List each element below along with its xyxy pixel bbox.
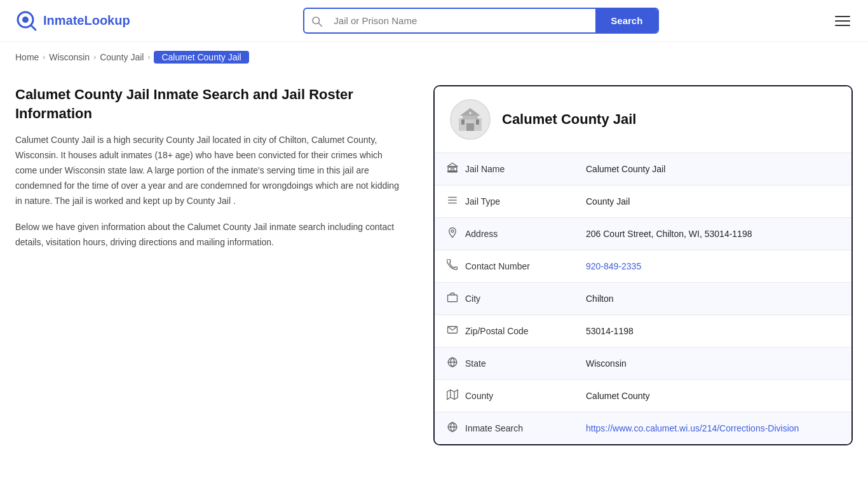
info-value: 53014-1198 bbox=[574, 317, 851, 345]
left-panel: Calumet County Jail Inmate Search and Ja… bbox=[15, 85, 414, 250]
row-icon bbox=[446, 389, 459, 403]
breadcrumb: Home › Wisconsin › County Jail › Calumet… bbox=[0, 42, 868, 72]
cell-value: Calumet County Jail bbox=[586, 164, 665, 174]
breadcrumb-sep-1: › bbox=[43, 53, 45, 62]
info-label: Inmate Search bbox=[435, 412, 574, 444]
row-icon bbox=[446, 324, 459, 338]
label-text: Address bbox=[465, 229, 498, 239]
info-row: Address 206 Court Street, Chilton, WI, 5… bbox=[435, 217, 851, 250]
search-icon bbox=[304, 15, 329, 27]
svg-point-3 bbox=[313, 17, 320, 24]
inmate-search-link[interactable]: https://www.co.calumet.wi.us/214/Correct… bbox=[586, 423, 799, 433]
info-label: Jail Name bbox=[435, 153, 574, 185]
cell-value: County Jail bbox=[586, 196, 630, 207]
info-row: Contact Number 920-849-2335 bbox=[435, 250, 851, 282]
info-row: Jail Type County Jail bbox=[435, 185, 851, 217]
cell-value: 206 Court Street, Chilton, WI, 53014-119… bbox=[586, 229, 752, 239]
breadcrumb-type[interactable]: County Jail bbox=[100, 52, 144, 62]
row-icon bbox=[446, 194, 459, 208]
contact-link[interactable]: 920-849-2335 bbox=[586, 261, 641, 271]
row-icon bbox=[446, 421, 459, 435]
svg-line-4 bbox=[319, 23, 322, 26]
info-table: Jail Name Calumet County Jail Jail Type … bbox=[435, 152, 851, 444]
header: InmateLookup Search bbox=[0, 0, 868, 42]
search-input[interactable] bbox=[329, 9, 595, 32]
label-text: Inmate Search bbox=[465, 423, 523, 433]
svg-rect-20 bbox=[448, 295, 458, 302]
info-value: Calumet County Jail bbox=[574, 155, 851, 183]
svg-rect-13 bbox=[448, 167, 457, 171]
info-value: Chilton bbox=[574, 285, 851, 313]
label-text: City bbox=[465, 294, 480, 304]
info-value: County Jail bbox=[574, 187, 851, 215]
info-value: https://www.co.calumet.wi.us/214/Correct… bbox=[574, 414, 851, 442]
info-row: County Calumet County bbox=[435, 379, 851, 412]
info-card: Calumet County Jail Jail Name Calumet Co… bbox=[433, 85, 853, 445]
row-icon bbox=[446, 292, 459, 306]
row-icon bbox=[446, 227, 459, 241]
row-icon bbox=[446, 259, 459, 273]
facility-avatar bbox=[450, 99, 491, 140]
breadcrumb-home[interactable]: Home bbox=[15, 52, 39, 62]
facility-icon bbox=[456, 105, 484, 133]
search-bar: Search bbox=[303, 8, 659, 34]
info-row: City Chilton bbox=[435, 282, 851, 315]
row-icon bbox=[446, 162, 459, 176]
card-title: Calumet County Jail bbox=[502, 111, 636, 128]
search-button[interactable]: Search bbox=[595, 9, 658, 32]
cell-value: Chilton bbox=[586, 294, 614, 304]
info-row: Inmate Search https://www.co.calumet.wi.… bbox=[435, 412, 851, 444]
info-label: State bbox=[435, 348, 574, 379]
svg-rect-10 bbox=[476, 119, 479, 125]
page-description-2: Below we have given information about th… bbox=[15, 220, 402, 250]
info-value: 206 Court Street, Chilton, WI, 53014-119… bbox=[574, 220, 851, 248]
breadcrumb-sep-2: › bbox=[93, 53, 96, 62]
row-icon bbox=[446, 356, 459, 370]
info-label: County bbox=[435, 380, 574, 412]
svg-marker-14 bbox=[448, 163, 458, 166]
breadcrumb-current: Calumet County Jail bbox=[154, 51, 248, 64]
label-text: Contact Number bbox=[465, 261, 530, 271]
info-value: Wisconsin bbox=[574, 349, 851, 377]
card-header: Calumet County Jail bbox=[435, 86, 851, 152]
svg-point-1 bbox=[22, 17, 29, 23]
svg-rect-8 bbox=[466, 123, 474, 131]
main-content: Calumet County Jail Inmate Search and Ja… bbox=[0, 72, 868, 458]
svg-rect-9 bbox=[461, 119, 465, 125]
info-label: Contact Number bbox=[435, 250, 574, 282]
svg-point-19 bbox=[451, 230, 454, 233]
logo-text: InmateLookup bbox=[43, 13, 130, 28]
svg-point-11 bbox=[469, 112, 471, 114]
label-text: County bbox=[465, 391, 493, 401]
info-label: Address bbox=[435, 218, 574, 250]
info-row: Zip/Postal Code 53014-1198 bbox=[435, 315, 851, 347]
info-value: Calumet County bbox=[574, 382, 851, 410]
svg-line-2 bbox=[31, 25, 36, 30]
breadcrumb-state[interactable]: Wisconsin bbox=[49, 52, 90, 62]
logo-icon bbox=[15, 10, 38, 32]
info-label: Zip/Postal Code bbox=[435, 315, 574, 347]
info-row: State Wisconsin bbox=[435, 347, 851, 379]
page-description: Calumet County Jail is a high security C… bbox=[15, 133, 402, 208]
svg-rect-15 bbox=[451, 169, 454, 172]
info-row: Jail Name Calumet County Jail bbox=[435, 152, 851, 185]
cell-value: Wisconsin bbox=[586, 358, 627, 369]
breadcrumb-sep-3: › bbox=[147, 53, 150, 62]
logo[interactable]: InmateLookup bbox=[15, 10, 130, 32]
cell-value: Calumet County bbox=[586, 391, 649, 401]
cell-value: 53014-1198 bbox=[586, 326, 634, 336]
label-text: State bbox=[465, 358, 486, 369]
info-label: City bbox=[435, 283, 574, 315]
page-title: Calumet County Jail Inmate Search and Ja… bbox=[15, 85, 402, 123]
label-text: Jail Name bbox=[465, 164, 505, 174]
info-value: 920-849-2335 bbox=[574, 252, 851, 280]
info-label: Jail Type bbox=[435, 186, 574, 217]
menu-button[interactable] bbox=[832, 13, 853, 29]
label-text: Zip/Postal Code bbox=[465, 326, 529, 336]
label-text: Jail Type bbox=[465, 196, 500, 207]
svg-marker-25 bbox=[447, 390, 458, 400]
